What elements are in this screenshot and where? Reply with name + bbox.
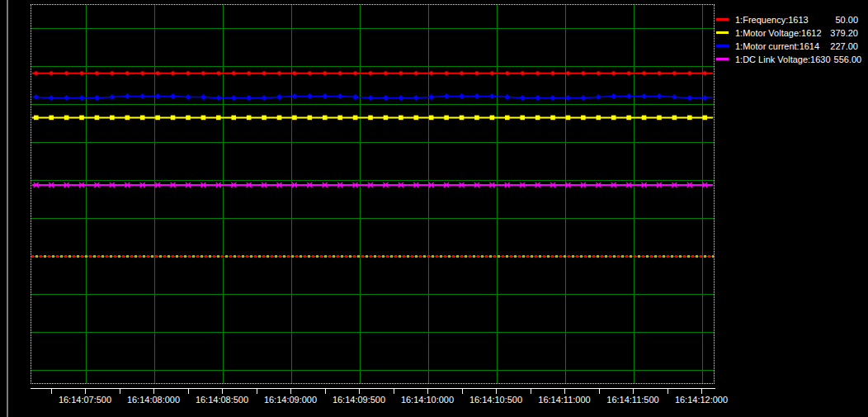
marker-circle	[551, 71, 555, 75]
marker-circle	[672, 71, 677, 75]
marker-circle	[703, 71, 707, 75]
marker-square	[201, 116, 206, 121]
legend-label: 1:Motor current:1614	[735, 41, 827, 51]
x-axis-tick	[325, 388, 326, 394]
marker-diamond	[231, 95, 237, 101]
marker-diamond	[611, 93, 616, 99]
marker-diamond	[276, 94, 282, 100]
marker-diamond	[504, 94, 510, 100]
marker-circle	[627, 71, 631, 75]
marker-diamond	[246, 95, 252, 101]
trace-dc-link-voltage	[32, 182, 713, 187]
marker-circle	[642, 71, 646, 75]
marker-circle	[521, 71, 525, 75]
legend-swatch-motor-current	[716, 45, 729, 47]
marker-diamond	[322, 93, 328, 99]
marker-circle	[490, 71, 494, 75]
plot-area[interactable]	[31, 4, 715, 384]
legend-swatch-dc-link-voltage	[716, 58, 729, 60]
marker-diamond	[383, 95, 389, 101]
marker-square	[292, 116, 297, 121]
marker-diamond	[261, 95, 267, 101]
marker-circle	[293, 71, 297, 75]
x-axis-label: 16:14:07:500	[47, 394, 123, 405]
marker-diamond	[352, 94, 358, 100]
marker-diamond	[155, 93, 161, 99]
marker-square	[110, 116, 115, 121]
marker-circle	[64, 71, 68, 75]
x-axis-tick	[564, 388, 565, 394]
traces-canvas	[31, 5, 714, 383]
marker-square	[550, 116, 555, 121]
x-axis-label: 16:14:08:500	[184, 394, 260, 405]
legend-row-dc-link-voltage[interactable]: 1:DC Link Voltage:1630556.00	[716, 53, 858, 65]
marker-circle	[80, 71, 84, 75]
marker-diamond	[413, 95, 419, 101]
marker-circle	[262, 71, 267, 75]
x-axis-tick	[427, 388, 428, 394]
marker-square	[657, 116, 662, 121]
marker-diamond	[520, 95, 526, 101]
legend-row-motor-voltage[interactable]: 1:Motor Voltage:1612379.20	[716, 26, 858, 39]
marker-diamond	[215, 95, 221, 101]
trace-motor-current	[32, 93, 713, 101]
x-axis-tick	[188, 388, 189, 394]
legend-label: 1:DC Link Voltage:1630	[735, 54, 831, 64]
marker-square	[186, 116, 191, 121]
marker-square	[323, 116, 328, 121]
marker-circle	[232, 71, 236, 75]
marker-circle	[445, 71, 449, 75]
marker-circle	[95, 71, 99, 75]
x-axis-label: 16:14:09:500	[321, 394, 397, 405]
marker-circle	[201, 71, 205, 75]
marker-diamond	[94, 95, 100, 101]
x-axis-label: 16:14:10:000	[389, 394, 465, 405]
marker-square	[474, 116, 479, 121]
marker-circle	[566, 71, 570, 75]
marker-diamond	[33, 94, 39, 100]
x-axis-label: 16:14:11:500	[595, 394, 671, 405]
marker-square	[171, 116, 176, 121]
legend-value: 379.20	[827, 28, 858, 38]
marker-circle	[110, 71, 114, 75]
marker-diamond	[656, 93, 662, 99]
marker-diamond	[291, 93, 297, 99]
marker-circle	[399, 71, 403, 75]
marker-square	[49, 116, 54, 121]
marker-square	[155, 116, 160, 121]
marker-diamond	[428, 94, 434, 100]
marker-diamond	[626, 93, 632, 99]
legend-row-frequency[interactable]: 1:Frequency:161350.00	[716, 13, 858, 26]
x-axis-tick	[394, 388, 394, 394]
marker-circle	[125, 71, 130, 75]
marker-circle	[34, 71, 38, 75]
marker-diamond	[307, 93, 313, 99]
marker-circle	[156, 71, 160, 75]
marker-circle	[216, 71, 220, 75]
marker-circle	[171, 71, 175, 75]
marker-circle	[611, 71, 616, 75]
marker-square	[597, 116, 601, 121]
marker-diamond	[641, 93, 647, 99]
marker-square	[368, 116, 373, 121]
marker-diamond	[170, 93, 176, 99]
legend-row-motor-current[interactable]: 1:Motor current:1614227.00	[716, 40, 858, 52]
marker-square	[262, 116, 267, 121]
marker-circle	[323, 71, 327, 75]
marker-diamond	[139, 93, 145, 99]
marker-circle	[353, 71, 357, 75]
marker-circle	[581, 71, 585, 75]
marker-square	[140, 116, 145, 121]
marker-square	[642, 116, 647, 121]
marker-square	[429, 116, 434, 121]
legend-swatch-frequency	[716, 18, 729, 21]
legend: 1:Frequency:161350.001:Motor Voltage:161…	[716, 13, 858, 66]
x-axis-tick	[599, 388, 600, 394]
x-axis-tick	[120, 388, 120, 394]
marker-diamond	[185, 94, 191, 100]
marker-circle	[308, 71, 312, 75]
marker-square	[611, 116, 616, 121]
marker-square	[626, 116, 631, 121]
marker-square	[95, 116, 100, 121]
marker-square	[216, 116, 221, 121]
